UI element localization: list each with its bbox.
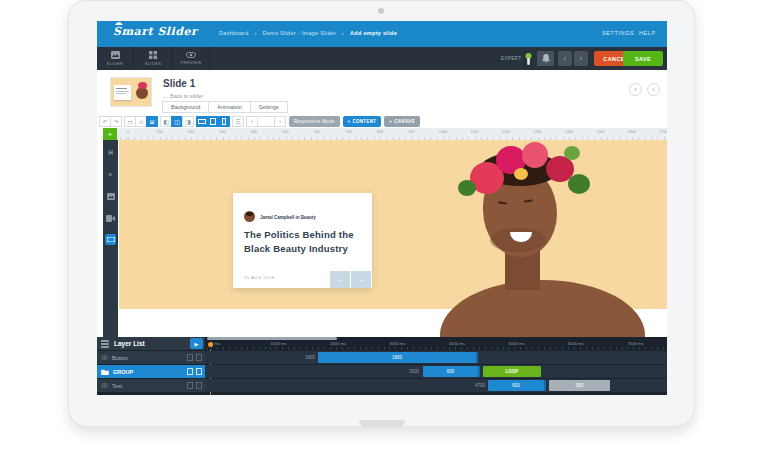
settings-link[interactable]: SETTINGS xyxy=(602,30,634,36)
timeline-tick-label: 3000 ms xyxy=(390,341,406,346)
trash-icon[interactable] xyxy=(196,382,202,389)
duration-bar[interactable]: 1800 xyxy=(318,352,478,363)
timeline-panel: Layer List ▶ 0 ms1000 ms2000 ms3000 ms40… xyxy=(97,337,667,395)
redo-button[interactable]: › xyxy=(574,51,588,66)
tab-animation[interactable]: Animation xyxy=(208,101,250,113)
ruler-tick-label: 1100 xyxy=(470,130,478,134)
timeline-track: 3500 600 LOOP xyxy=(205,365,667,378)
top-navigation-bar: Smart Slider Dashboard › Demo Slider - I… xyxy=(97,21,667,47)
layer-item-group[interactable]: GROUP xyxy=(97,365,205,378)
plus-icon: + xyxy=(348,119,351,124)
slide-nav-next-button[interactable]: › xyxy=(647,83,660,96)
ruler-tick-label: 400 xyxy=(251,130,257,134)
ruler-tick-label: 200 xyxy=(188,130,194,134)
notifications-button[interactable] xyxy=(537,51,554,66)
tab-settings[interactable]: Settings xyxy=(250,101,288,113)
undo-button[interactable]: ‹ xyxy=(558,51,572,66)
redo-icon[interactable]: ↷ xyxy=(110,116,122,127)
duration-bar[interactable]: 600 xyxy=(488,380,546,391)
out-animation-bar[interactable]: 900 xyxy=(549,380,610,391)
ruler-tick-label: 1700 xyxy=(659,130,667,134)
ruler-tick-label: 500 xyxy=(282,130,288,134)
chevron-right-icon: › xyxy=(652,86,654,93)
device-mobile-icon[interactable] xyxy=(218,116,230,127)
breadcrumb-add-empty-slide[interactable]: Add empty slide xyxy=(350,30,397,36)
slide-canvas[interactable]: Jamal Campbell in Beauty The Politics Be… xyxy=(118,140,667,337)
add-layer-button[interactable]: + xyxy=(103,128,117,140)
smart-slider-logo[interactable]: Smart Slider xyxy=(113,25,197,38)
button-layer-icon[interactable] xyxy=(105,234,116,245)
loop-bar[interactable]: LOOP xyxy=(483,366,541,377)
heading-layer-icon[interactable]: H xyxy=(105,147,116,158)
zoom-value-box[interactable] xyxy=(257,116,275,127)
plus-icon: + xyxy=(108,130,113,139)
add-content-button[interactable]: + CONTENT xyxy=(343,116,382,127)
playhead-marker[interactable] xyxy=(208,342,213,347)
user-icon[interactable]: ☰ xyxy=(232,116,244,127)
plus-icon: + xyxy=(389,119,392,124)
horizontal-ruler: 0100200300400500600700800900100011001200… xyxy=(117,128,667,140)
help-link[interactable]: HELP xyxy=(639,30,656,36)
timeline-row-group: 3500 600 LOOP GROUP xyxy=(97,365,667,378)
breadcrumb-slider[interactable]: Demo Slider - Image Slider xyxy=(262,30,336,36)
timeline-tick-label: 2000 ms xyxy=(330,341,346,346)
grid-icon[interactable]: ⊞ xyxy=(146,116,158,127)
ruler-tick-label: 300 xyxy=(219,130,225,134)
breadcrumb-separator: › xyxy=(342,30,344,36)
ruler-tick-label: 700 xyxy=(345,130,351,134)
save-button[interactable]: SAVE xyxy=(623,51,663,66)
slides-button[interactable]: SLIDES xyxy=(135,47,172,70)
trash-icon[interactable] xyxy=(196,368,202,375)
card-next-button[interactable]: → xyxy=(351,271,371,288)
back-to-slider-link[interactable]: ← Back to slider xyxy=(163,93,203,99)
timeline-ruler: 0 ms1000 ms2000 ms3000 ms4000 ms5000 ms6… xyxy=(205,337,667,350)
breadcrumb-dashboard[interactable]: Dashboard xyxy=(219,30,249,36)
image-icon xyxy=(111,51,120,59)
duplicate-icon[interactable] xyxy=(187,368,193,375)
slide-thumbnail[interactable] xyxy=(110,77,152,107)
timeline-play-button[interactable]: ▶ xyxy=(190,338,203,349)
umbrella-icon xyxy=(115,21,123,26)
ruler-tick-label: 600 xyxy=(314,130,320,134)
card-prev-button[interactable]: ← xyxy=(330,271,350,288)
arrow-left-icon: ← xyxy=(336,275,344,284)
ruler-tick-label: 1500 xyxy=(596,130,604,134)
breadcrumb: Dashboard › Demo Slider - Image Slider ›… xyxy=(219,30,397,36)
flower-yellow xyxy=(514,168,528,180)
timeline-scrollbar[interactable] xyxy=(207,337,337,340)
slide-nav-prev-button[interactable]: ‹ xyxy=(629,83,642,96)
flower-rose xyxy=(522,142,548,168)
logo-text: Smart Slider xyxy=(113,25,197,38)
text-layer-icon[interactable]: ≡ xyxy=(105,169,116,180)
delay-label: 3500 xyxy=(409,369,419,374)
layer-item-text[interactable]: Text xyxy=(97,379,205,392)
slide-card-layer[interactable]: Jamal Campbell in Beauty The Politics Be… xyxy=(233,193,372,288)
chevron-left-icon: ‹ xyxy=(634,86,636,93)
layer-item-button[interactable]: Button xyxy=(97,351,205,364)
responsive-mode-button[interactable]: Responsive Mode xyxy=(289,116,340,127)
flower-leaf xyxy=(458,180,476,196)
action-bar: SLIDER SLIDES PREVIEW EXPERT ‹ › CANCEL xyxy=(97,47,667,70)
card-title-line2: Black Beauty Industry xyxy=(244,243,348,254)
ruler-tick-label: 1200 xyxy=(502,130,510,134)
timeline-tick-label: 6000 ms xyxy=(568,341,584,346)
duplicate-icon[interactable] xyxy=(187,354,193,361)
tab-background[interactable]: Background xyxy=(162,101,209,113)
add-canvas-button[interactable]: + CANVAS xyxy=(384,116,419,127)
zoom-in-icon[interactable]: › xyxy=(274,116,286,127)
grid-icon xyxy=(149,51,157,59)
duplicate-icon[interactable] xyxy=(187,382,193,389)
editor-toolbar: ↶ ↷ ▭ ∪ ⊞ ◧ ◫ ◨ ☰ ‹ › Responsive Mode + xyxy=(100,115,420,127)
video-layer-icon[interactable] xyxy=(105,213,116,224)
expert-toggle[interactable] xyxy=(525,53,532,65)
thumb-flower xyxy=(138,82,147,89)
trash-icon[interactable] xyxy=(196,354,202,361)
preview-button[interactable]: PREVIEW xyxy=(173,47,210,70)
timeline-tick-label: 1000 ms xyxy=(271,341,287,346)
duration-bar[interactable]: 600 xyxy=(423,366,480,377)
arrow-right-icon: → xyxy=(357,275,365,284)
slider-button[interactable]: SLIDER xyxy=(97,47,134,70)
image-layer-icon[interactable] xyxy=(105,191,116,202)
align-right-icon[interactable]: ◨ xyxy=(182,116,194,127)
timeline-tick-label: 7000 ms xyxy=(628,341,644,346)
